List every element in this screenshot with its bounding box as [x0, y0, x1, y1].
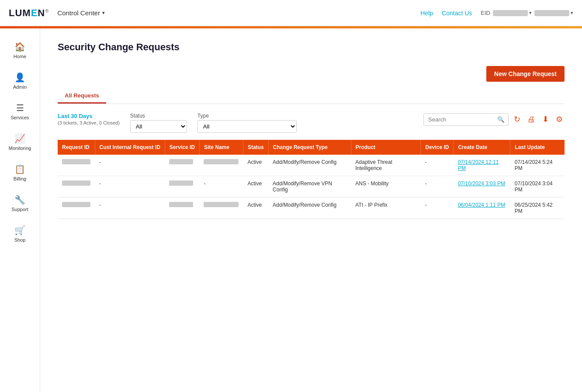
service-id-value	[169, 180, 193, 186]
main-content: Security Change Requests New Change Requ…	[40, 28, 582, 392]
col-product: Product	[351, 140, 421, 155]
site-name-value	[204, 202, 239, 207]
cell-status: Active	[243, 155, 268, 176]
cell-request-id	[58, 198, 95, 219]
cell-site-name: -	[199, 176, 243, 198]
sidebar-item-support[interactable]: 🔧 Support	[0, 190, 40, 216]
main-layout: 🏠 Home 👤 Admin ☰ Services 📈 Monitoring 📋…	[0, 28, 582, 392]
top-navigation: LUMEN​ ® Control Center ▾ Help Contact U…	[0, 0, 582, 26]
request-id-value[interactable]	[62, 159, 90, 164]
status-filter-label: Status	[130, 113, 187, 119]
col-request-id: Request ID	[58, 140, 95, 155]
status-value: Active	[247, 202, 262, 208]
chevron-down-icon-eid: ▾	[529, 10, 532, 16]
create-date-link[interactable]: 07/14/2024 12:11 PM	[458, 159, 499, 171]
status-value: Active	[247, 159, 262, 165]
status-filter-select[interactable]: All Active Closed	[130, 120, 187, 133]
settings-button[interactable]: ⚙	[554, 113, 565, 126]
col-site-name: Site Name	[199, 140, 243, 155]
eid-value: ••••••••••	[493, 10, 528, 16]
table-header-row: Request ID Cust Internal Request ID Serv…	[58, 140, 565, 155]
eid-dropdown[interactable]: •••••••••• ▾	[493, 10, 532, 16]
admin-icon: 👤	[14, 72, 25, 83]
cell-status: Active	[243, 176, 268, 198]
table-wrapper: Request ID Cust Internal Request ID Serv…	[58, 140, 565, 219]
request-id-value[interactable]	[62, 202, 90, 207]
user-dropdown[interactable]: •••••••••• ▾	[534, 10, 573, 16]
sidebar-label-admin: Admin	[13, 84, 27, 90]
filter-row: Last 30 Days (3 tickets, 3 Active, 0 Clo…	[58, 113, 565, 133]
col-cust-internal-id: Cust Internal Request ID	[95, 140, 165, 155]
actions-row: New Change Request	[58, 66, 565, 82]
refresh-icon: ↻	[514, 115, 520, 124]
type-filter-group: Type All Add/Modify/Remove Config Add/Mo…	[197, 113, 297, 133]
cell-last-update: 07/10/2024 3:04 PM	[510, 176, 565, 198]
nav-right: Help Contact Us EID •••••••••• ▾ •••••••…	[420, 10, 573, 17]
search-box: 🔍	[423, 113, 509, 126]
service-id-value	[169, 159, 193, 164]
table-row: - -ActiveAdd/Modify/Remove VPN ConfigANS…	[58, 176, 565, 198]
date-range-label[interactable]: Last 30 Days	[58, 113, 120, 119]
control-center-label: Control Center	[57, 9, 100, 17]
sidebar-item-monitoring[interactable]: 📈 Monitoring	[0, 129, 40, 155]
site-name-value	[204, 159, 239, 164]
control-center-button[interactable]: Control Center ▾	[57, 9, 105, 17]
home-icon: 🏠	[14, 42, 25, 52]
cell-product: ANS - Mobility	[351, 176, 421, 198]
cell-product: ATI - IP Prefix	[351, 198, 421, 219]
table-row: - ActiveAdd/Modify/Remove ConfigATI - IP…	[58, 198, 565, 219]
search-icon: 🔍	[497, 116, 505, 123]
cell-device-id: -	[421, 198, 454, 219]
sidebar-label-services: Services	[10, 115, 29, 120]
status-value: Active	[247, 180, 262, 187]
page-title: Security Change Requests	[58, 42, 565, 53]
chevron-down-icon-user: ▾	[571, 10, 573, 16]
sidebar-item-services[interactable]: ☰ Services	[0, 98, 40, 125]
create-date-link[interactable]: 06/04/2024 1:11 PM	[458, 202, 505, 208]
requests-table: Request ID Cust Internal Request ID Serv…	[58, 140, 565, 219]
contact-us-link[interactable]: Contact Us	[442, 10, 472, 17]
cell-cust-id: -	[95, 176, 165, 198]
sidebar-label-shop: Shop	[14, 237, 26, 243]
nav-left: LUMEN​ ® Control Center ▾	[9, 7, 105, 19]
search-input[interactable]	[424, 114, 494, 125]
cell-site-name	[199, 198, 243, 219]
cell-device-id: -	[421, 176, 454, 198]
cell-last-update: 07/14/2024 5:24 PM	[510, 155, 565, 176]
cell-change-request-type: Add/Modify/Remove Config	[268, 155, 351, 176]
user-value: ••••••••••	[534, 10, 569, 16]
download-button[interactable]: ⬇	[540, 113, 551, 126]
sidebar-item-shop[interactable]: 🛒 Shop	[0, 221, 40, 247]
eid-label: EID	[481, 10, 490, 16]
refresh-button[interactable]: ↻	[512, 113, 522, 126]
search-button[interactable]: 🔍	[494, 114, 508, 125]
create-date-link[interactable]: 07/10/2024 3:03 PM	[458, 180, 505, 187]
eid-section: EID •••••••••• ▾ •••••••••• ▾	[481, 10, 573, 16]
col-service-id: Service ID	[165, 140, 199, 155]
tab-all-requests[interactable]: All Requests	[58, 89, 106, 104]
sidebar-item-admin[interactable]: 👤 Admin	[0, 68, 40, 94]
gear-icon: ⚙	[556, 115, 563, 124]
cell-status: Active	[243, 198, 268, 219]
new-change-request-button[interactable]: New Change Request	[486, 66, 565, 82]
chevron-down-icon: ▾	[102, 10, 105, 16]
cell-cust-id: -	[95, 198, 165, 219]
col-change-request-type: Change Request Type	[268, 140, 351, 155]
cell-service-id	[165, 155, 199, 176]
sidebar-item-home[interactable]: 🏠 Home	[0, 37, 40, 63]
type-filter-select[interactable]: All Add/Modify/Remove Config Add/Modify/…	[197, 120, 297, 133]
filter-right: 🔍 ↻ 🖨 ⬇ ⚙	[423, 113, 565, 126]
print-button[interactable]: 🖨	[526, 113, 537, 126]
status-filter-group: Status All Active Closed	[130, 113, 187, 133]
help-link[interactable]: Help	[420, 10, 433, 17]
sidebar-item-billing[interactable]: 📋 Billing	[0, 160, 40, 186]
shop-icon: 🛒	[14, 225, 25, 236]
service-id-value	[169, 202, 193, 207]
cell-service-id	[165, 198, 199, 219]
cell-change-request-type: Add/Modify/Remove Config	[268, 198, 351, 219]
cell-create-date: 06/04/2024 1:11 PM	[454, 198, 510, 219]
request-id-value[interactable]	[62, 180, 90, 186]
cell-site-name	[199, 155, 243, 176]
download-icon: ⬇	[542, 115, 549, 124]
support-icon: 🔧	[14, 194, 25, 205]
